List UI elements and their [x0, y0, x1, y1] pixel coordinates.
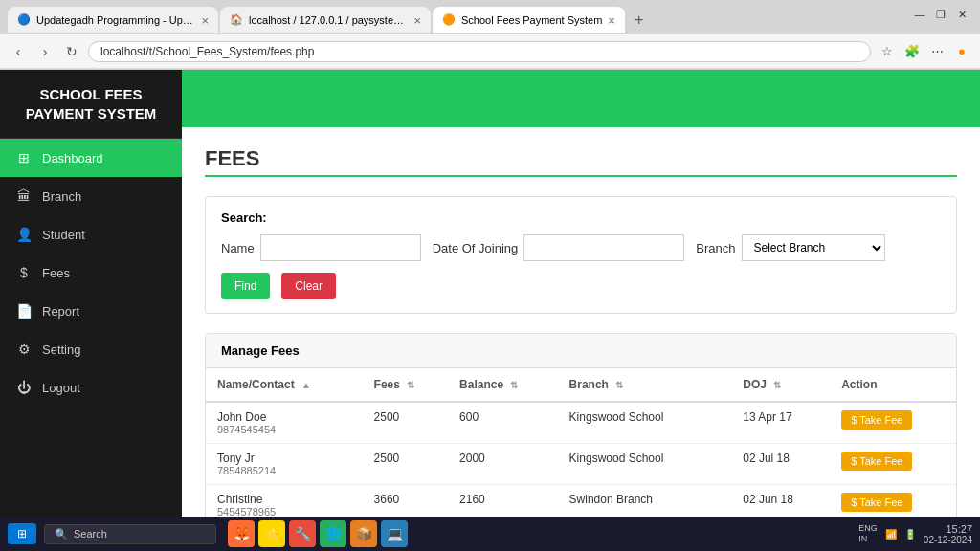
fees-table: Name/Contact ▲ Fees ⇅ Balance ⇅	[206, 368, 956, 517]
doj-input[interactable]	[523, 234, 684, 261]
sort-name-icon[interactable]: ▲	[301, 380, 311, 390]
window-close[interactable]: ✕	[955, 8, 969, 21]
cell-doj-0: 13 Apr 17	[731, 402, 830, 444]
sidebar: SCHOOL FEESPAYMENT SYSTEM ⊞ Dashboard 🏛 …	[0, 70, 182, 517]
refresh-button[interactable]: ↻	[61, 41, 82, 62]
sort-doj-icon[interactable]: ⇅	[773, 380, 781, 390]
sidebar-item-dashboard[interactable]: ⊞ Dashboard	[0, 139, 182, 177]
sidebar-item-fees-label: Fees	[42, 266, 70, 280]
cell-fees-2: 3660	[363, 485, 448, 518]
start-button[interactable]: ⊞	[8, 523, 36, 544]
taskbar-app-3[interactable]: 🔧	[289, 520, 316, 547]
table-header-bar: Manage Fees	[206, 334, 956, 368]
battery-icon: 🔋	[904, 529, 916, 540]
more-menu[interactable]: ⋯	[926, 41, 947, 62]
sidebar-item-dashboard-label: Dashboard	[42, 151, 103, 165]
address-bar[interactable]: localhost/t/School_Fees_System/fees.php	[88, 41, 871, 62]
branch-field: Branch Select Branch	[696, 234, 884, 261]
back-button[interactable]: ‹	[8, 41, 29, 62]
taskbar-app-1[interactable]: 🦊	[228, 520, 255, 547]
forward-button[interactable]: ›	[34, 41, 56, 62]
main-content: FEES Search: Name Date Of Joining Branch	[182, 70, 980, 517]
cell-fees-1: 2500	[363, 444, 448, 485]
clock-time: 15:27	[924, 523, 972, 535]
tab-1-label: Updategadh Programming - Upd...	[36, 14, 195, 26]
new-tab-button[interactable]: +	[627, 11, 651, 29]
col-action: Action	[830, 368, 956, 402]
extensions[interactable]: 🧩	[902, 41, 923, 62]
sidebar-item-report-label: Report	[42, 304, 79, 319]
taskbar: ⊞ 🔍 Search 🦊 ⭐ 🔧 🌐 📦 💻 ENGIN 📶 🔋 15:27 0…	[0, 517, 980, 551]
cell-balance-2: 2160	[448, 485, 558, 518]
tab-2-close[interactable]: ×	[413, 14, 421, 27]
student-contact-2: 5454578965	[217, 506, 351, 517]
tab-1-close[interactable]: ×	[201, 14, 209, 27]
name-label: Name	[221, 241, 255, 255]
col-balance: Balance ⇅	[448, 368, 558, 402]
student-name-1: Tony Jr	[217, 452, 351, 465]
sort-branch-icon[interactable]: ⇅	[615, 380, 623, 390]
sort-balance-icon[interactable]: ⇅	[510, 380, 518, 390]
window-minimize[interactable]: —	[913, 8, 926, 21]
cell-name-0: John Doe 9874545454	[206, 402, 363, 444]
tab-1[interactable]: 🔵 Updategadh Programming - Upd... ×	[8, 7, 218, 33]
student-contact-1: 7854885214	[217, 465, 351, 476]
sidebar-item-branch-label: Branch	[42, 189, 81, 204]
taskbar-right: ENGIN 📶 🔋 15:27 02-12-2024	[858, 523, 972, 545]
sidebar-item-fees[interactable]: $ Fees	[0, 253, 182, 292]
search-icon: 🔍	[55, 528, 68, 540]
branch-label: Branch	[696, 241, 735, 255]
tab-3-close[interactable]: ×	[608, 14, 615, 27]
tab-2[interactable]: 🏠 localhost / 127.0.0.1 / paysystem... ×	[220, 7, 431, 33]
tab-3[interactable]: 🟠 School Fees Payment System ×	[433, 7, 625, 33]
tab-3-icon: 🟠	[442, 13, 456, 27]
cell-doj-1: 02 Jul 18	[731, 444, 830, 485]
address-text: localhost/t/School_Fees_System/fees.php	[100, 45, 858, 58]
table-section: Manage Fees Name/Contact ▲ Fees ⇅	[205, 333, 957, 517]
bookmark-star[interactable]: ☆	[877, 41, 898, 62]
student-icon: 👤	[15, 227, 33, 242]
content-area: FEES Search: Name Date Of Joining Branch	[182, 127, 980, 517]
tab-1-icon: 🔵	[17, 13, 31, 27]
sidebar-item-setting-label: Setting	[42, 342, 80, 357]
table-header-row: Name/Contact ▲ Fees ⇅ Balance ⇅	[206, 368, 956, 402]
setting-icon: ⚙	[15, 342, 33, 357]
taskbar-app-5[interactable]: 📦	[350, 520, 377, 547]
taskbar-app-4[interactable]: 🌐	[320, 520, 346, 547]
taskbar-app-2[interactable]: ⭐	[258, 520, 285, 547]
profile-button[interactable]: ●	[951, 41, 972, 62]
branch-select[interactable]: Select Branch	[742, 234, 885, 261]
name-field: Name	[221, 234, 421, 261]
cell-branch-1: Kingswood School	[558, 444, 732, 485]
sidebar-item-report[interactable]: 📄 Report	[0, 292, 182, 330]
clear-button[interactable]: Clear	[281, 273, 336, 299]
sidebar-item-setting[interactable]: ⚙ Setting	[0, 330, 182, 368]
student-name-0: John Doe	[217, 410, 351, 424]
window-maximize[interactable]: ❐	[934, 8, 947, 21]
taskbar-search[interactable]: 🔍 Search	[44, 524, 216, 544]
taskbar-app-6[interactable]: 💻	[381, 520, 408, 547]
branch-icon: 🏛	[15, 188, 33, 204]
take-fee-button-1[interactable]: $ Take Fee	[841, 452, 912, 471]
take-fee-button-0[interactable]: $ Take Fee	[841, 410, 912, 430]
find-button[interactable]: Find	[221, 273, 270, 299]
sidebar-item-branch[interactable]: 🏛 Branch	[0, 177, 182, 215]
clock-date: 02-12-2024	[924, 535, 972, 545]
sidebar-item-logout[interactable]: ⏻ Logout	[0, 368, 182, 407]
cell-branch-0: Kingswood School	[558, 402, 732, 444]
cell-action-1: $ Take Fee	[830, 444, 956, 485]
col-doj: DOJ ⇅	[731, 368, 830, 402]
doj-field: Date Of Joining	[433, 234, 685, 261]
sort-fees-icon[interactable]: ⇅	[407, 380, 414, 390]
col-name: Name/Contact ▲	[206, 368, 363, 402]
cell-name-2: Christine 5454578965	[206, 485, 363, 518]
sidebar-item-student[interactable]: 👤 Student	[0, 215, 182, 253]
cell-fees-0: 2500	[363, 402, 448, 444]
taskbar-apps: 🦊 ⭐ 🔧 🌐 📦 💻	[228, 520, 408, 547]
name-input[interactable]	[260, 234, 421, 261]
logout-icon: ⏻	[15, 380, 33, 395]
sidebar-nav: ⊞ Dashboard 🏛 Branch 👤 Student $ Fees 📄 …	[0, 139, 182, 517]
cell-action-0: $ Take Fee	[830, 402, 956, 444]
take-fee-button-2[interactable]: $ Take Fee	[841, 493, 912, 512]
cell-doj-2: 02 Jun 18	[731, 485, 830, 518]
